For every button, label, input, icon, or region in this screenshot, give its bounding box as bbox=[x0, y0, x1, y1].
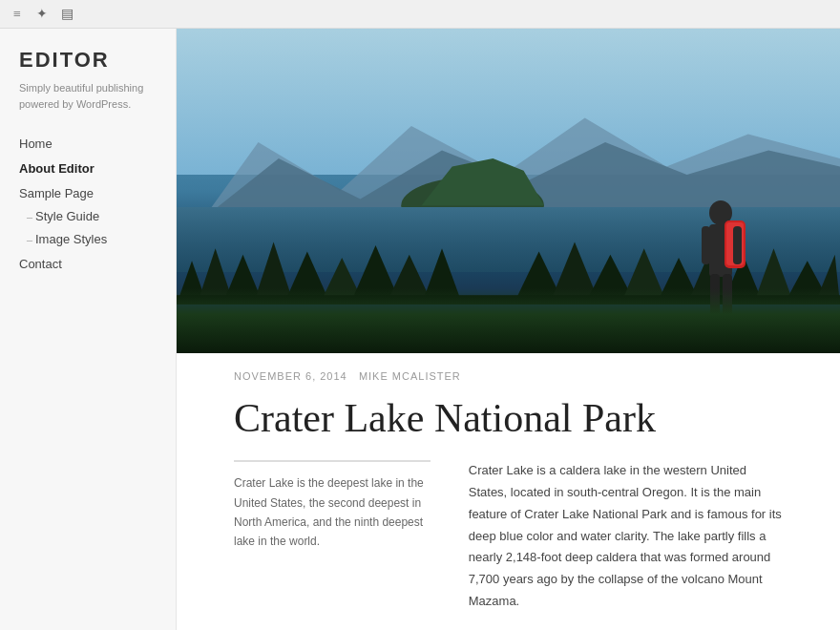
site-title[interactable]: EDITOR bbox=[19, 48, 157, 73]
post-excerpt: Crater Lake is the deepest lake in the U… bbox=[234, 460, 430, 630]
sidebar-item-sample-page[interactable]: Sample Page bbox=[19, 184, 157, 201]
post-meta: NOVEMBER 6, 2014 MIKE MCALISTER bbox=[177, 353, 840, 388]
main-layout: EDITOR Simply beautiful publishing power… bbox=[0, 29, 840, 630]
post-title: Crater Lake National Park bbox=[177, 388, 840, 460]
svg-rect-29 bbox=[733, 226, 742, 264]
folder-icon[interactable]: ▤ bbox=[59, 7, 74, 22]
menu-icon[interactable]: ≡ bbox=[10, 7, 25, 22]
main-content: NOVEMBER 6, 2014 MIKE MCALISTER Crater L… bbox=[177, 29, 840, 630]
post-body: Crater Lake is the deepest lake in the U… bbox=[177, 460, 840, 630]
sidebar-link-contact[interactable]: Contact bbox=[19, 257, 62, 271]
sidebar-item-home[interactable]: Home bbox=[19, 135, 157, 152]
sidebar-link-sample-page[interactable]: Sample Page bbox=[19, 186, 94, 200]
post-description-p1: Crater Lake is a caldera lake in the wes… bbox=[469, 460, 783, 612]
svg-rect-28 bbox=[702, 226, 710, 264]
post-description-p2: There are no rivers flowing into or out … bbox=[469, 626, 783, 630]
foreground-layer bbox=[177, 288, 840, 353]
sidebar-link-style-guide[interactable]: Style Guide bbox=[35, 209, 99, 223]
pin-icon[interactable]: ✦ bbox=[34, 7, 50, 22]
sidebar-link-image-styles[interactable]: Image Styles bbox=[35, 232, 107, 246]
sidebar-item-style-guide[interactable]: Style Guide bbox=[19, 209, 157, 224]
post-date: NOVEMBER 6, 2014 bbox=[234, 370, 347, 382]
hero-image bbox=[177, 29, 840, 353]
sidebar-item-contact[interactable]: Contact bbox=[19, 255, 157, 272]
sidebar-link-home[interactable]: Home bbox=[19, 136, 52, 151]
toolbar: ≡ ✦ ▤ bbox=[0, 0, 840, 29]
post-description: Crater Lake is a caldera lake in the wes… bbox=[469, 460, 783, 630]
post-author: MIKE MCALISTER bbox=[359, 370, 461, 382]
sidebar-nav: Home About Editor Sample Page Style Guid… bbox=[19, 135, 157, 272]
sidebar-item-about-editor[interactable]: About Editor bbox=[19, 159, 157, 177]
site-tagline: Simply beautiful publishing powered by W… bbox=[19, 80, 157, 112]
sidebar-link-about-editor[interactable]: About Editor bbox=[19, 161, 94, 176]
sidebar: EDITOR Simply beautiful publishing power… bbox=[0, 29, 177, 630]
sidebar-item-image-styles[interactable]: Image Styles bbox=[19, 232, 157, 247]
